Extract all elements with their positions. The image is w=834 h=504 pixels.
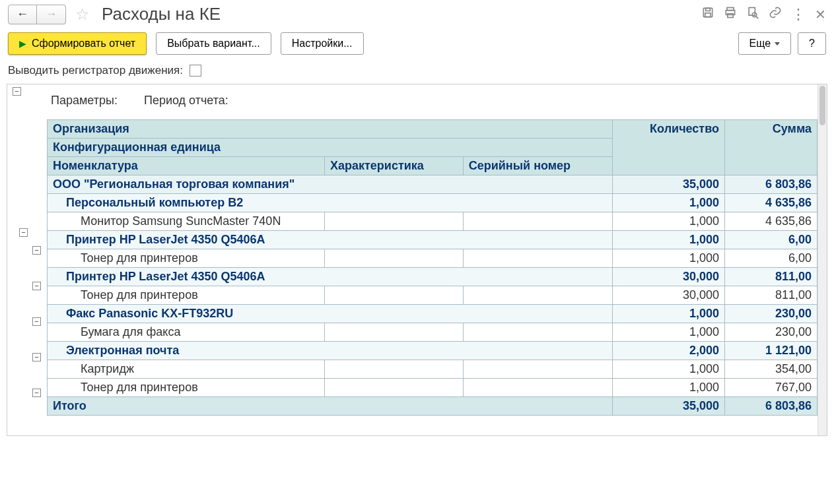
header-characteristic: Характеристика <box>325 157 464 175</box>
help-button[interactable]: ? <box>798 32 826 55</box>
svg-rect-1 <box>706 8 711 11</box>
save-icon[interactable] <box>701 6 714 22</box>
params-label: Параметры: <box>51 94 118 108</box>
print-icon[interactable] <box>724 6 737 22</box>
tree-toggle-root[interactable]: − <box>13 87 21 96</box>
tree-column: − − − − − − − <box>7 84 47 435</box>
page-title: Расходы на КЕ <box>102 4 221 24</box>
close-icon[interactable]: ✕ <box>815 7 826 22</box>
table-row[interactable]: Факс Panasonic KX-FT932RU 1,000 230,00 <box>48 305 817 323</box>
run-report-label: Сформировать отчет <box>32 38 135 49</box>
run-report-button[interactable]: ▶ Сформировать отчет <box>8 32 147 55</box>
table-row[interactable]: Персональный компьютер B2 1,000 4 635,86 <box>48 194 817 212</box>
tree-toggle[interactable]: − <box>32 353 41 362</box>
header-sum: Сумма <box>725 120 817 175</box>
table-row[interactable]: Монитор Samsung SuncMaster 740N 1,000 4 … <box>48 212 817 231</box>
play-icon: ▶ <box>19 38 26 49</box>
header-config-unit: Конфигурационная единица <box>48 139 613 157</box>
table-row[interactable]: ООО "Региональная торговая компания" 35,… <box>48 175 817 194</box>
link-icon[interactable] <box>769 6 782 22</box>
show-registrar-checkbox[interactable] <box>190 65 201 77</box>
report-table: Организация Количество Сумма Конфигураци… <box>47 119 817 416</box>
tree-toggle[interactable]: − <box>32 282 41 290</box>
table-row[interactable]: Тонер для принтеров 30,000 811,00 <box>48 286 817 305</box>
preview-icon[interactable] <box>746 6 759 22</box>
show-registrar-label: Выводить регистратор движения: <box>8 64 183 77</box>
vertical-scrollbar[interactable] <box>817 84 827 435</box>
tree-toggle[interactable]: − <box>32 317 41 326</box>
header-nomenclature: Номенклатура <box>48 157 325 175</box>
favorite-star-icon[interactable]: ☆ <box>75 5 90 24</box>
table-row[interactable]: Принтер HP LaserJet 4350 Q5406А 30,000 8… <box>48 268 817 286</box>
table-row[interactable]: Картридж 1,000 354,00 <box>48 360 817 379</box>
report-area: − − − − − − − Параметры: Период отчета: <box>7 84 827 436</box>
table-row[interactable]: Электронная почта 2,000 1 121,00 <box>48 342 817 360</box>
header-quantity: Количество <box>613 120 725 175</box>
table-row[interactable]: Тонер для принтеров 1,000 767,00 <box>48 379 817 397</box>
header-serial: Серийный номер <box>463 157 612 175</box>
more-button[interactable]: Еще <box>738 32 792 55</box>
choose-variant-button[interactable]: Выбрать вариант... <box>156 32 271 55</box>
header-organization: Организация <box>48 120 613 139</box>
settings-button[interactable]: Настройки... <box>281 32 364 55</box>
nav-forward-button[interactable]: → <box>37 5 66 24</box>
table-row[interactable]: Принтер HP LaserJet 4350 Q5406А 1,000 6,… <box>48 231 817 249</box>
tree-toggle[interactable]: − <box>32 389 41 397</box>
more-menu-icon[interactable]: ⋮ <box>791 6 806 23</box>
tree-toggle[interactable]: − <box>32 246 41 255</box>
nav-back-button[interactable]: ← <box>8 5 37 24</box>
period-label: Период отчета: <box>144 94 228 108</box>
svg-rect-2 <box>705 13 711 17</box>
scroll-thumb[interactable] <box>819 86 825 125</box>
table-row[interactable]: Бумага для факса 1,000 230,00 <box>48 323 817 342</box>
tree-toggle-org[interactable]: − <box>19 228 28 237</box>
svg-line-8 <box>756 16 758 18</box>
table-row[interactable]: Тонер для принтеров 1,000 6,00 <box>48 249 817 268</box>
table-row-total: Итого 35,000 6 803,86 <box>48 397 817 416</box>
